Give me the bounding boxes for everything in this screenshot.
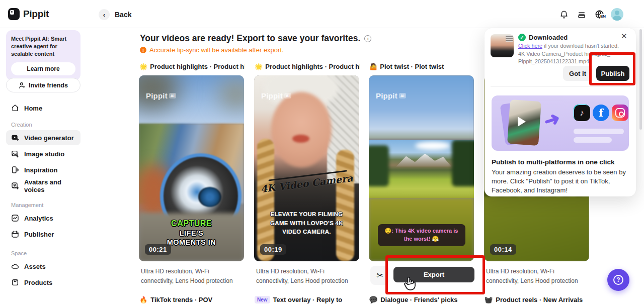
thumb2-braid-left <box>257 139 274 261</box>
back-button[interactable]: ‹ Back <box>99 9 131 20</box>
products-box-icon <box>11 278 19 286</box>
chevron-left-icon: ‹ <box>99 9 110 20</box>
pippit-app: Pippit ‹ Back EN Meet Pippit AI: Smart c… <box>0 0 644 304</box>
sidebar-item-avatars-voices[interactable]: Avatars and voices <box>6 178 80 193</box>
ai-badge: AI <box>399 93 406 98</box>
sidebar-item-assets[interactable]: Assets <box>6 259 80 274</box>
downloaded-video-thumbnail <box>491 34 514 57</box>
next-row-label-dialogue[interactable]: 💬 Dialogue · Friends' picks <box>369 296 458 303</box>
invite-friends-button[interactable]: Invite friends <box>6 78 80 92</box>
pippit-watermark: Pippit AI <box>261 91 291 100</box>
promo-text: Meet Pippit AI: Smart creative agent for… <box>11 35 75 58</box>
publish-button[interactable]: Publish <box>596 66 629 81</box>
play-icon <box>518 117 526 127</box>
publish-panel-heading: Publish to multi-platforms in one click <box>492 158 615 166</box>
thumb3-sky <box>369 75 474 139</box>
analytics-icon <box>11 214 19 222</box>
speech-bubble-icon: 💬 <box>369 296 377 303</box>
download-hint: Click here if your download hasn't start… <box>518 43 631 49</box>
sidebar-item-products[interactable]: Products <box>6 275 80 290</box>
invite-person-icon <box>19 82 26 89</box>
sidebar-item-publisher[interactable]: Publisher <box>6 227 80 242</box>
video-card-1-thumbnail[interactable]: CAPTURE LIFE'S MOMENTS IN Pippit AI 00:2… <box>139 75 244 261</box>
scissors-icon: ✂ <box>376 270 383 281</box>
video-card-3-thumbnail[interactable]: 😏: This 4K video camera is the worst! 😤 … <box>369 75 474 261</box>
glowing-star-icon: 🌟 <box>255 63 263 70</box>
lip-sync-warning: ! Accurate lip-sync will be available af… <box>140 46 284 54</box>
publisher-calendar-icon <box>11 230 19 238</box>
promo-card: Meet Pippit AI: Smart creative agent for… <box>6 30 80 80</box>
info-icon[interactable]: i <box>364 35 371 42</box>
sidebar-item-home[interactable]: Home <box>6 100 80 116</box>
question-mark-icon: ? <box>613 275 623 285</box>
next-row-label-tiktok-trends[interactable]: 🔥 TikTok trends · POV <box>139 296 212 303</box>
section-label-management: Management <box>11 202 43 208</box>
video-card-2-thumbnail[interactable]: 4K Video Camera ELEVATE YOUR FILMING GAM… <box>254 75 359 261</box>
sidebar-item-analytics[interactable]: Analytics <box>6 211 80 226</box>
skeleton-bar <box>574 129 624 134</box>
user-avatar[interactable] <box>611 8 623 21</box>
tiktok-icon: ♪ <box>574 105 590 121</box>
hand-cursor-icon <box>403 275 417 290</box>
ai-badge: AI <box>284 93 291 98</box>
home-icon <box>11 104 19 112</box>
notifications-bell-icon[interactable] <box>559 10 569 19</box>
thumb1-caption: CAPTURE LIFE'S MOMENTS IN <box>139 219 244 247</box>
download-publish-panel: ✓ Downloaded ✕ Click here if your downlo… <box>485 28 636 196</box>
glowing-star-icon: 🌟 <box>139 63 147 70</box>
thumb1-camera-lens <box>198 187 221 207</box>
next-row-label-product-reels[interactable]: 🧺 Product reels · New Arrivals <box>485 296 583 303</box>
inspiration-icon <box>11 166 19 174</box>
shrug-emoji-icon: 🤷 <box>369 63 377 70</box>
duration-badge: 00:14 <box>490 244 516 255</box>
card1-description: Ultra HD resolution, Wi-Fi connectivity,… <box>141 267 242 286</box>
video-generator-icon <box>11 134 19 142</box>
sidebar-item-inspiration[interactable]: Inspiration <box>6 162 80 177</box>
publish-panel-body: Your amazing creation deserves to be see… <box>492 168 629 195</box>
facebook-icon: f <box>593 105 609 121</box>
close-icon[interactable]: ✕ <box>621 32 627 41</box>
page-title: Your videos are ready! Export to save yo… <box>140 33 371 44</box>
pippit-logo-icon <box>8 8 20 20</box>
card3-title: 🤷 Plot twist · Plot twist <box>369 63 474 70</box>
skeleton-bar <box>574 137 612 143</box>
edit-scissors-button[interactable]: ✂ <box>370 266 389 285</box>
section-label-creation: Creation <box>11 122 32 128</box>
image-studio-icon <box>11 150 19 158</box>
thumb3-caption-pill: 😏: This 4K video camera is the worst! 😤 <box>378 224 465 246</box>
section-label-space: Space <box>11 250 27 256</box>
panel-divider <box>491 86 630 87</box>
arrow-right-icon: ➜ <box>541 107 563 133</box>
pippit-watermark: Pippit AI <box>376 91 406 100</box>
scrollbar-thumb[interactable] <box>639 29 642 130</box>
click-here-link[interactable]: Click here <box>518 43 542 49</box>
top-bar: Pippit ‹ Back EN <box>0 0 644 28</box>
next-row-label-text-overlay[interactable]: New Text overlay · Reply to <box>255 296 342 303</box>
pippit-watermark: Pippit AI <box>146 91 176 100</box>
card2-title: 🌟 Product highlights · Product highli... <box>255 63 360 70</box>
sidebar-item-image-studio[interactable]: Image studio <box>6 146 80 161</box>
thumb3-landscape-photo <box>369 140 474 198</box>
thumb2-detail <box>292 135 309 143</box>
instagram-icon <box>612 105 628 121</box>
success-check-icon: ✓ <box>518 34 526 41</box>
card2-description: Ultra HD resolution, Wi-Fi connectivity,… <box>256 267 357 286</box>
sidebar: Meet Pippit AI: Smart creative agent for… <box>0 28 89 304</box>
pippit-logo[interactable]: Pippit <box>8 8 49 20</box>
ai-badge: AI <box>169 93 176 98</box>
got-it-button[interactable]: Got it <box>563 66 592 81</box>
card1-title: 🌟 Product highlights · Product highli... <box>139 63 245 70</box>
duration-badge: 00:21 <box>145 244 171 255</box>
help-button[interactable]: ? <box>607 269 629 291</box>
print-queue-icon[interactable] <box>577 10 586 19</box>
language-globe-icon[interactable]: EN <box>595 10 608 20</box>
publish-illustration: ➜ ♪ f <box>492 95 629 151</box>
assets-cloud-icon <box>11 262 19 270</box>
downloaded-filename: 4K Video Camera_Product highlights_Pippi… <box>518 50 614 65</box>
sidebar-item-video-generator[interactable]: Video generator <box>6 130 80 145</box>
learn-more-button[interactable]: Learn more <box>11 62 75 75</box>
avatars-icon <box>11 182 19 190</box>
thumb2-face <box>271 92 332 167</box>
warning-icon: ! <box>140 47 146 53</box>
thumb2-caption: ELEVATE YOUR FILMING GAME WITH LOVPO'S 4… <box>264 210 349 236</box>
